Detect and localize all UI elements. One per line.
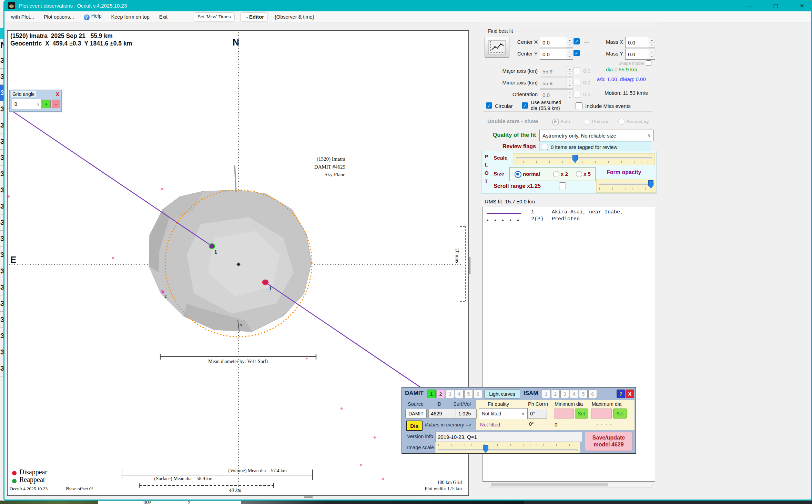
isam-tab-3[interactable]: 3 (560, 390, 569, 398)
min-dia-field[interactable] (554, 409, 574, 419)
chevron-down-icon: ∨ (648, 133, 651, 138)
scroll-range-checkbox[interactable] (559, 182, 566, 189)
damit-tab-4[interactable]: 4 (455, 390, 464, 398)
image-scale-thumb[interactable] (483, 445, 488, 453)
light-curves-button[interactable]: Light curves (484, 390, 520, 399)
event-title: (1520) Imatra 2025 Sep 21 55.9 km (10, 32, 113, 40)
mass-x-input[interactable]: 0.0 ▲▼ (625, 37, 655, 48)
size-normal-radio[interactable] (515, 171, 521, 178)
grid-angle-select[interactable]: 0 ∨ (12, 99, 42, 109)
grid-angle-plus-button[interactable]: + (42, 100, 51, 108)
ph-corr-field[interactable]: 0° (528, 409, 547, 419)
grid-angle-close-button[interactable]: X (56, 91, 59, 97)
mass-y-spinner[interactable]: ▲▼ (649, 49, 655, 59)
center-x-checkbox[interactable]: ✓ (574, 38, 580, 44)
double-primary-radio[interactable] (584, 119, 590, 125)
form-opacity-slider[interactable] (596, 179, 656, 193)
mass-y-input[interactable]: 0.0 ▲▼ (625, 49, 655, 60)
horizontal-resize-grip[interactable] (304, 496, 313, 498)
damit-close-button[interactable]: X (626, 390, 634, 398)
observer-1-number: 1 (531, 209, 552, 215)
damit-tab-2[interactable]: 2 (436, 390, 445, 398)
menu-bar: with Plot... Plot options... ?Help Keep … (3, 11, 812, 22)
max-dia-field[interactable] (591, 409, 612, 419)
isam-tab-2[interactable]: 2 (551, 390, 560, 398)
circular-label: Circular (495, 103, 513, 109)
isam-tab-1[interactable]: 1 (542, 390, 550, 398)
damit-tab-5[interactable]: 5 (464, 390, 473, 398)
observer-time-label[interactable]: {Observer & time} (270, 14, 319, 20)
maximize-button[interactable]: ▢ (771, 2, 781, 9)
mass-x-spinner[interactable]: ▲▼ (649, 37, 655, 48)
circular-checkbox[interactable]: ✓ (486, 102, 492, 109)
editor-button[interactable]: →Editor (240, 12, 268, 21)
version-info-field[interactable]: 2019-10-23, Q=1 (435, 432, 582, 442)
minor-axis-checkbox[interactable] (574, 79, 580, 86)
save-update-button[interactable]: Save/update model 4629 (585, 432, 632, 451)
title-bar[interactable]: Plot event observations : Occult v.4.202… (3, 0, 812, 11)
plot-area[interactable]: (1520) Imatra 2025 Sep 21 55.9 km Geocen… (7, 30, 469, 496)
scrollbar-thumb[interactable] (491, 483, 608, 486)
damit-help-button[interactable]: ? (617, 390, 625, 398)
double-secondary-radio[interactable] (618, 119, 625, 125)
spin-up-icon[interactable]: ▲ (567, 49, 573, 54)
survol-field[interactable]: 1.025 (456, 409, 477, 419)
review-flags-checkbox[interactable] (542, 144, 548, 150)
menu-keep-on-top[interactable]: Keep form on top (106, 14, 154, 20)
use-assumed-checkbox[interactable]: ✓ (522, 102, 528, 109)
center-x-spinner[interactable]: ▲▼ (567, 37, 573, 48)
vertical-scroll-thumb[interactable] (469, 257, 470, 274)
size-x5-radio[interactable] (576, 171, 582, 177)
image-scale-slider[interactable] (435, 442, 580, 453)
spin-up-icon[interactable]: ▲ (567, 37, 573, 42)
disappear-marker (263, 280, 268, 285)
double-both-radio[interactable] (552, 119, 559, 125)
spin-down-icon[interactable]: ▼ (649, 54, 655, 59)
minor-axis-label: Minor axis (km) (486, 80, 538, 85)
id-field[interactable]: 4629 (428, 409, 456, 419)
quality-select[interactable]: Astrometry only. No reliable size ∨ (539, 130, 654, 141)
minimize-button[interactable]: — (744, 3, 755, 9)
observer-row-1[interactable]: 1Akira Asai, near Inabe, (531, 209, 623, 215)
orientation-checkbox[interactable] (574, 91, 580, 98)
source-button[interactable]: DAMIT (405, 409, 427, 419)
shape-model-checkbox[interactable] (646, 60, 651, 66)
center-x-input[interactable]: 0.0 ▲▼ (540, 37, 573, 48)
menu-with-plot[interactable]: with Plot... (6, 14, 39, 20)
grid-angle-box[interactable]: Grid angle X 0 ∨ + − (9, 90, 62, 112)
spin-up-icon[interactable]: ▲ (649, 37, 655, 42)
spin-down-icon[interactable]: ▼ (567, 42, 573, 48)
isam-tab-5[interactable]: 5 (579, 390, 588, 398)
size-x2-radio[interactable] (553, 171, 559, 177)
grid-angle-minus-button[interactable]: − (52, 100, 60, 108)
damit-tab-6[interactable]: 6 (474, 390, 482, 398)
min-dia-set-button[interactable]: Set (575, 409, 588, 419)
chevron-down-icon: ∨ (521, 411, 525, 416)
observer-list-scrollbar[interactable] (489, 483, 652, 488)
menu-exit[interactable]: Exit (154, 14, 172, 20)
damit-tab-3[interactable]: 3 (446, 390, 454, 398)
isam-tab-6[interactable]: 6 (588, 390, 597, 398)
menu-help[interactable]: ?Help (79, 13, 106, 20)
damit-tab-1[interactable]: 1 (427, 390, 436, 398)
fit-quality-select[interactable]: Not fitted ∨ (479, 408, 528, 419)
close-button[interactable]: ✕ (797, 2, 807, 9)
set-miss-times-button[interactable]: Set 'Miss' Times (194, 12, 235, 21)
spin-down-icon: ▼ (567, 83, 573, 88)
spin-up-icon[interactable]: ▲ (649, 49, 655, 54)
spin-down-icon[interactable]: ▼ (649, 42, 655, 48)
spin-down-icon: ▼ (567, 95, 573, 100)
center-x-label: Center X (503, 39, 538, 45)
include-miss-checkbox[interactable] (576, 102, 582, 109)
major-axis-checkbox[interactable] (574, 67, 580, 74)
menu-plot-options[interactable]: Plot options... (39, 14, 79, 20)
dia-button[interactable]: Dia (406, 421, 423, 431)
center-y-input[interactable]: 0.0 ▲▼ (540, 49, 573, 60)
scale-slider[interactable] (514, 153, 655, 165)
center-y-checkbox[interactable]: ✓ (574, 50, 580, 56)
center-y-spinner[interactable]: ▲▼ (567, 49, 573, 59)
observer-row-2[interactable]: 2(P)Predicted (531, 216, 580, 222)
isam-tab-4[interactable]: 4 (570, 390, 578, 398)
max-dia-set-button[interactable]: Set (613, 409, 627, 419)
spin-down-icon[interactable]: ▼ (567, 54, 573, 59)
